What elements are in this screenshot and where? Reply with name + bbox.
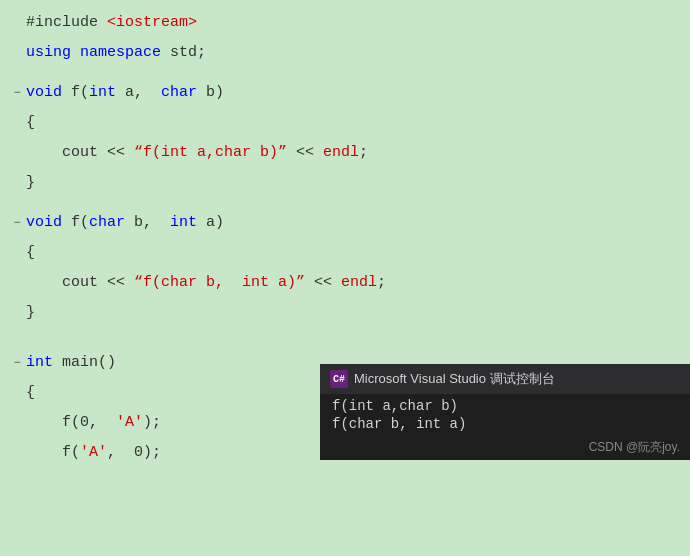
vs-icon: C# [330,370,348,388]
code-line-void1: − void f(int a, char b) [0,78,690,108]
code-line-void2: − void f(char b, int a) [0,208,690,238]
code-text: int main() [26,349,116,377]
console-output-2: f(char b, int a) [332,416,678,432]
console-title-bar: C# Microsoft Visual Studio 调试控制台 [320,364,690,394]
code-text: { [26,379,35,407]
code-text: { [26,109,35,137]
code-line-1: #include <iostream> [0,8,690,38]
code-text: f('A', 0); [18,439,161,460]
fold-gutter-2 [8,39,26,67]
fold-gutter-cout2 [0,269,18,297]
code-text: cout << “f(char b, int a)” << endl; [18,269,386,297]
fold-gutter-brace2 [8,239,26,267]
code-text: #include <iostream> [26,9,197,37]
console-body: f(int a,char b) f(char b, int a) [320,394,690,436]
fold-gutter-cout1 [0,139,18,167]
console-panel: C# Microsoft Visual Studio 调试控制台 f(int a… [320,364,690,460]
code-line-brace2: { [0,238,690,268]
code-text: } [26,299,35,327]
code-text: cout << “f(int a,char b)” << endl; [18,139,368,167]
code-text: using namespace std; [26,39,206,67]
code-text: void f(char b, int a) [26,209,224,237]
code-text: void f(int a, char b) [26,79,224,107]
console-title: Microsoft Visual Studio 调试控制台 [354,370,555,388]
code-line-cout1: cout << “f(int a,char b)” << endl; [0,138,690,168]
code-text: { [26,239,35,267]
code-line-cout2: cout << “f(char b, int a)” << endl; [0,268,690,298]
code-line-blank4 [0,338,690,348]
code-line-closebrace2: } [0,298,690,328]
fold-gutter-call2 [0,439,18,460]
fold-gutter-brace3 [8,379,26,407]
fold-gutter-cb2 [8,299,26,327]
code-text: f(0, 'A'); [18,409,161,437]
code-line-blank3 [0,328,690,338]
fold-gutter-1 [8,9,26,37]
console-output-1: f(int a,char b) [332,398,678,414]
code-line-2: using namespace std; [0,38,690,68]
fold-gutter-void1[interactable]: − [8,79,26,107]
code-line-blank-1 [0,68,690,78]
code-line-blank2 [0,198,690,208]
code-editor: #include <iostream> using namespace std;… [0,0,690,460]
fold-gutter-void2[interactable]: − [8,209,26,237]
code-line-brace1: { [0,108,690,138]
fold-gutter-brace1 [8,109,26,137]
console-footer: CSDN @阮亮joy. [589,439,680,456]
code-text: } [26,169,35,197]
fold-gutter-cb1 [8,169,26,197]
fold-gutter-main[interactable]: − [8,349,26,377]
code-line-closebrace1: } [0,168,690,198]
fold-gutter-call1 [0,409,18,437]
